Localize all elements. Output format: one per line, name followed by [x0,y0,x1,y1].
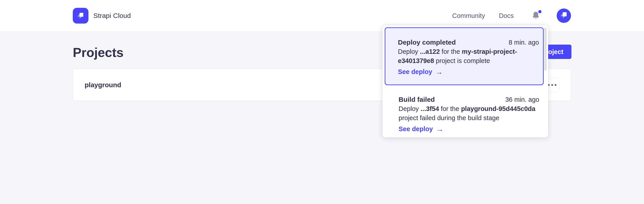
see-deploy-link[interactable]: See deploy → [398,124,539,133]
notification-time: 36 min. ago [505,95,539,104]
user-avatar-button[interactable] [557,9,571,23]
see-deploy-link[interactable]: See deploy → [398,67,539,76]
dropdown-scrollbar-thumb[interactable] [544,28,546,71]
notification-item-build-failed[interactable]: Build failed 36 min. ago Deploy ...3f54 … [382,85,548,133]
notifications-dropdown: Deploy completed 8 min. ago Deploy ...a1… [382,25,548,137]
notification-body: Deploy ...3f54 for the playground-95d445… [398,104,539,123]
notification-head: Deploy completed 8 min. ago [398,38,539,47]
brand-name: Strapi Cloud [94,12,131,20]
notification-head: Build failed 36 min. ago [398,95,539,104]
arrow-right-icon: → [436,125,443,133]
notification-time: 8 min. ago [509,38,539,47]
see-deploy-label: See deploy [398,67,432,76]
nav-link-community[interactable]: Community [452,12,485,20]
notification-title: Deploy completed [398,38,456,47]
strapi-avatar-icon [558,10,569,22]
see-deploy-label: See deploy [398,124,433,133]
notification-item-deploy-completed[interactable]: Deploy completed 8 min. ago Deploy ...a1… [385,27,544,85]
nav-link-docs[interactable]: Docs [499,12,514,20]
notification-title: Build failed [398,95,435,104]
arrow-right-icon: → [435,68,443,76]
strapi-logo-icon [73,8,88,24]
ellipsis-icon [548,84,556,86]
header-nav: Community Docs [452,9,571,23]
unread-notification-dot [538,10,542,13]
notifications-bell-button[interactable] [531,10,541,21]
brand-home-link[interactable]: Strapi Cloud [73,8,131,24]
project-name: playground [85,81,121,89]
notification-body: Deploy ...a122 for the my-strapi-project… [398,47,539,66]
